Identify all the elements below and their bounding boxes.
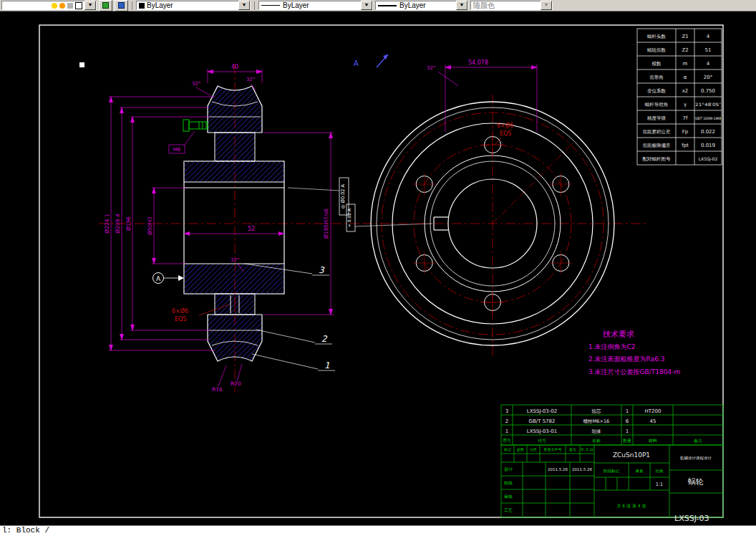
color-dropdown[interactable]: ByLayer ▼ — [136, 1, 251, 10]
lineweight-value: ByLayer — [399, 1, 426, 9]
gear-row-symbol: m — [683, 61, 688, 67]
gear-row-symbol: Z1 — [682, 34, 688, 39]
drawing-number: LXSSJ-03 — [674, 514, 709, 523]
eqs-label-top: EQS — [500, 130, 511, 137]
balloon-2: 2 — [321, 334, 328, 344]
toolbar: ▼ ByLayer ▼ ByLayer ▼ ByLayer ▼ 随颜色 ▼ — [0, 0, 756, 11]
layer-previous-button[interactable] — [115, 0, 128, 11]
dim-angle-3: 32° — [231, 257, 239, 263]
section-mark-label: A — [354, 59, 359, 67]
gear-row-value: 0.022 — [701, 129, 715, 135]
set-screw — [183, 120, 208, 131]
gear-row-name: 齿距累积公差 — [643, 129, 672, 135]
layer-color-chip — [75, 2, 82, 9]
dim-angle-2: 32° — [246, 77, 255, 82]
balloon-3: 3 — [319, 265, 325, 275]
gear-row-name: 变位系数 — [647, 88, 667, 94]
lineweight-dropdown-arrow[interactable]: ▼ — [456, 1, 467, 10]
bom-cell: 1 — [505, 429, 508, 434]
gear-row-name: 模数 — [652, 61, 662, 67]
notes-line-2: 2.未注表面粗糙度为Ra6.3 — [588, 355, 664, 363]
gear-row-value: 20° — [704, 75, 712, 80]
layer-freeze-icon — [59, 3, 65, 9]
dim-radius-small: R16 — [212, 386, 223, 393]
gear-row-name: 齿形角 — [649, 75, 664, 80]
gear-row-value: 21°48′05″ — [695, 102, 722, 107]
gear-row-value: LXSSJ-02 — [699, 156, 718, 162]
linetype-dropdown-arrow[interactable]: ▼ — [361, 1, 372, 10]
command-line[interactable]: l: Block / — [0, 525, 756, 536]
gear-row-name: 配对蜗杆图号 — [643, 156, 672, 162]
dim-rim-fit: Ø185H7/s6 — [323, 209, 329, 239]
bom-header: 序号 — [503, 438, 511, 443]
toolbar-separator — [254, 1, 255, 10]
balloon-numbers: 3 2 1 — [319, 265, 330, 370]
gear-row-symbol: 7f — [683, 115, 688, 121]
block-insert-marker[interactable] — [79, 62, 84, 67]
drawing-svg: A — [0, 11, 756, 525]
plotstyle-value: 随颜色 — [473, 1, 495, 11]
bom-cell: 3 — [505, 408, 508, 414]
dim-bore: Ø50H7 — [147, 216, 153, 235]
gear-row-value: 4 — [707, 34, 710, 39]
section-mark: A — [354, 54, 388, 67]
sign-label: 工艺 — [504, 507, 513, 512]
make-layer-current-button[interactable] — [99, 0, 112, 11]
gear-row-symbol: α — [684, 75, 687, 80]
linetype-value: ByLayer — [283, 1, 309, 9]
bom-cell: LXSSJ-03-01 — [527, 429, 557, 434]
stage-label: 阶段标记 — [604, 469, 620, 474]
dim-angle-1: 32° — [192, 81, 200, 87]
bom-header: 名称 — [592, 438, 601, 444]
datum-label: A — [156, 275, 161, 282]
technical-notes: 技术要求 1.未注倒角为C2 2.未注表面粗糙度为Ra6.3 3.未注尺寸公差按… — [588, 330, 680, 375]
standard-date: 2011.5.26 — [572, 467, 592, 472]
layer-on-icon — [52, 3, 57, 9]
lineweight-icon — [378, 5, 397, 6]
bom-cell: HT200 — [645, 408, 662, 414]
sheet-border — [39, 25, 723, 517]
bom-cell: 6 — [626, 418, 629, 424]
scale-label: 比例 — [656, 469, 664, 474]
lineweight-dropdown[interactable]: ByLayer ▼ — [375, 1, 468, 10]
bom-cell: 2 — [505, 418, 508, 424]
bom-header: 代号 — [537, 438, 546, 443]
toolbar-separator — [132, 1, 132, 10]
sign-label: 校核 — [503, 480, 513, 485]
unit-name: 机械设计课程设计 — [680, 456, 712, 461]
bom-cell: 1 — [626, 429, 629, 434]
eqs-label: EQS — [175, 316, 186, 322]
linetype-dropdown[interactable]: ByLayer ▼ — [258, 1, 373, 10]
rev-header: 更改文件号 — [544, 447, 562, 451]
gear-row-name: 精度等级 — [647, 115, 667, 121]
gear-row-symbol: γ — [684, 102, 687, 107]
material-mark: ZCuSn10P1 — [613, 451, 650, 459]
layer-lock-icon — [67, 3, 73, 9]
layers-icon — [102, 2, 109, 9]
rev-header: 签名 — [569, 447, 576, 452]
gear-row-value: GB/T 10089-1988 — [695, 116, 721, 120]
gear-row-symbol: x2 — [682, 88, 689, 94]
layer-dropdown[interactable]: ▼ — [1, 1, 97, 10]
layer-dropdown-arrow[interactable]: ▼ — [84, 1, 96, 10]
bom-header: 备注 — [694, 438, 702, 444]
color-value: ByLayer — [147, 1, 173, 9]
gear-row-name: 齿距极限偏差 — [643, 143, 672, 148]
dim-hub-width: 52 — [248, 226, 255, 232]
color-dropdown-arrow[interactable]: ▼ — [238, 1, 250, 10]
design-date: 2011.5.26 — [548, 467, 568, 472]
dim-screw: M6 — [173, 147, 181, 153]
dim-od-outer: Ø224.1 — [104, 214, 110, 234]
dim-od-mid: Ø209.4 — [115, 214, 121, 234]
gear-row-value: 51 — [705, 47, 712, 53]
plotstyle-dropdown-arrow: ▼ — [541, 1, 552, 10]
gear-row-symbol: Z2 — [682, 47, 688, 53]
notes-line-3: 3.未注尺寸公差按GB/T1804-m — [588, 368, 680, 375]
rev-header: 标记 — [503, 447, 511, 452]
datum-flag: A — [153, 273, 185, 284]
dim-radius-large: R20 — [231, 381, 241, 387]
drawing-canvas[interactable]: A — [0, 11, 756, 525]
rev-header: 分区 — [530, 447, 537, 451]
bom-cell: 45 — [650, 418, 656, 424]
gdt-circular-runout: ◎ Ø0.02 A — [340, 184, 346, 209]
